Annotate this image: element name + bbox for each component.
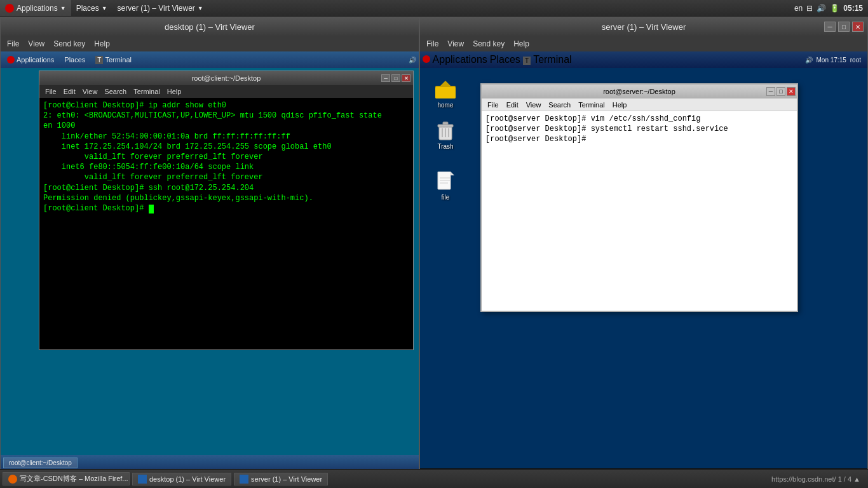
server-term-titlebar[interactable]: root@server:~/Desktop ─ □ ✕: [482, 85, 797, 98]
svg-rect-4: [438, 125, 453, 127]
client-vm-bottom-bar: root@client:~/Desktop: [1, 455, 419, 470]
client-vm-taskbar: Applications Places T Terminal 🔊: [1, 51, 419, 68]
left-virt-help-menu[interactable]: Help: [90, 38, 114, 50]
client-vm-desktop: Applications Places T Terminal 🔊: [1, 51, 419, 470]
server-term-controls: ─ □ ✕: [766, 87, 796, 96]
server-term-minimize[interactable]: ─: [766, 87, 775, 96]
host-bottom-taskbar: 写文章-CSDN博客 – Mozilla Firef... desktop (1…: [0, 469, 868, 488]
client-places-menu[interactable]: Places: [60, 55, 89, 65]
server-virt-label: server (1) – Virt Viewer: [251, 475, 322, 483]
right-virt-file-menu[interactable]: File: [423, 38, 442, 50]
desktop-icon-file[interactable]: file: [426, 169, 465, 203]
term-line: [root@client Desktop]# ip addr show eth0: [43, 100, 409, 111]
places-label: Places: [76, 4, 99, 13]
right-virt-viewer: server (1) – Virt Viewer ─ □ ✕ File View…: [419, 17, 868, 488]
client-terminal-taskbar[interactable]: T Terminal: [92, 55, 135, 65]
places-menu[interactable]: Places ▼: [71, 0, 112, 16]
client-term-title: root@client:~/Desktop: [192, 74, 261, 82]
taskbar-firefox[interactable]: 写文章-CSDN博客 – Mozilla Firef...: [3, 472, 130, 485]
right-virt-view-menu[interactable]: View: [444, 38, 468, 50]
battery-icon: 🔋: [830, 4, 839, 13]
client-term-edit[interactable]: Edit: [60, 87, 79, 96]
left-virt-sendkey-menu[interactable]: Send key: [50, 38, 89, 50]
server-term-menubar: File Edit View Search Terminal Help: [482, 98, 797, 111]
term-line: link/ether 52:54:00:00:01:0a brd ff:ff:f…: [43, 132, 409, 142]
main-area: desktop (1) – Virt Viewer File View Send…: [0, 17, 868, 488]
server-term-search[interactable]: Search: [545, 100, 574, 109]
right-virt-controls: ─ □ ✕: [824, 22, 864, 32]
server-term-edit[interactable]: Edit: [503, 100, 522, 109]
left-virt-view-menu[interactable]: View: [24, 38, 48, 50]
firefox-label: 写文章-CSDN博客 – Mozilla Firef...: [20, 474, 128, 484]
vm-volume-icon: 🔊: [409, 57, 416, 64]
right-virt-maximize[interactable]: □: [838, 22, 850, 32]
right-virt-close[interactable]: ✕: [852, 22, 864, 32]
server-term-content[interactable]: [root@server Desktop]# vim /etc/ssh/sshd…: [482, 111, 797, 311]
left-virt-title: desktop (1) – Virt Viewer: [165, 22, 255, 32]
server-term-help[interactable]: Help: [609, 100, 630, 109]
server-term-close[interactable]: ✕: [787, 87, 796, 96]
left-virt-file-menu[interactable]: File: [3, 38, 23, 50]
right-virt-title: server (1) – Virt Viewer: [602, 22, 686, 32]
client-term-file[interactable]: File: [42, 87, 60, 96]
right-virt-sendkey-menu[interactable]: Send key: [469, 38, 508, 50]
client-term-maximize[interactable]: □: [391, 74, 400, 82]
client-desktop: Applications Places T Terminal 🔊: [1, 51, 419, 470]
term-line: [root@client Desktop]# ssh root@172.25.2…: [43, 183, 409, 193]
term-line: 2: eth0: <BROADCAST,MULTICAST,UP,LOWER_U…: [43, 111, 409, 121]
right-virt-menubar: File View Send key Help: [420, 36, 867, 51]
right-virt-titlebar: server (1) – Virt Viewer ─ □ ✕: [420, 17, 867, 36]
taskbar-server-virt[interactable]: server (1) – Virt Viewer: [234, 473, 328, 485]
server-applications-menu[interactable]: Applications: [423, 54, 487, 65]
client-term-content[interactable]: [root@client Desktop]# ip addr show eth0…: [39, 98, 413, 216]
trash-icon: [435, 121, 456, 141]
client-term-minimize[interactable]: ─: [381, 74, 390, 82]
desktop-icon-trash[interactable]: Trash: [426, 118, 465, 152]
server-term-line: [root@server Desktop]#: [485, 134, 793, 144]
left-virt-menubar: File View Send key Help: [1, 36, 419, 51]
term-line: en 1000: [43, 121, 409, 131]
taskbar-desktop-virt[interactable]: desktop (1) – Virt Viewer: [132, 473, 231, 485]
server-term-line: [root@server Desktop]# vim /etc/ssh/sshd…: [485, 114, 793, 124]
clock: 05:15: [843, 4, 863, 13]
desktop-virt-label: desktop (1) – Virt Viewer: [149, 475, 226, 483]
client-term-close[interactable]: ✕: [402, 74, 410, 82]
server-vm-volume: 🔊: [805, 57, 813, 64]
vm-redhat-icon: [7, 56, 15, 64]
server-vm-user: root: [850, 57, 861, 64]
server-term-view[interactable]: View: [523, 100, 545, 109]
client-term-help[interactable]: Help: [164, 87, 185, 96]
host-taskbar: Applications ▼ Places ▼ server (1) – Vir…: [0, 0, 868, 17]
applications-menu[interactable]: Applications ▼: [0, 0, 71, 16]
chevron-down-icon: ▼: [60, 5, 66, 11]
client-term-search[interactable]: Search: [101, 87, 130, 96]
left-virt-viewer: desktop (1) – Virt Viewer File View Send…: [0, 17, 419, 471]
client-terminal-window: root@client:~/Desktop ─ □ ✕ File Edit Vi…: [39, 71, 414, 350]
host-system-tray: en ⊟ 🔊 🔋 05:15: [794, 4, 868, 13]
server-term-maximize[interactable]: □: [776, 87, 785, 96]
server-vm-desktop: Applications Places T Terminal 🔊 Mon 17:…: [420, 51, 867, 487]
desktop-icon-home[interactable]: home: [426, 77, 465, 111]
redhat-icon: [5, 4, 14, 13]
language-indicator[interactable]: en: [794, 4, 803, 13]
server-places-menu[interactable]: Places: [490, 54, 520, 65]
server-terminal-taskbar[interactable]: T Terminal: [523, 54, 572, 65]
term-line: valid_lft forever preferred_lft forever: [43, 172, 409, 182]
volume-icon: 🔊: [817, 4, 826, 13]
client-applications-menu[interactable]: Applications: [3, 55, 58, 65]
chevron-down-icon: ▼: [102, 5, 107, 11]
svg-marker-2: [439, 81, 452, 87]
home-folder-icon: [435, 79, 456, 100]
server-term-terminal[interactable]: Terminal: [575, 100, 608, 109]
server-desktop: Applications Places T Terminal 🔊 Mon 17:…: [420, 51, 867, 487]
right-virt-help-menu[interactable]: Help: [510, 38, 533, 50]
server-vm-taskbar: Applications Places T Terminal 🔊 Mon 17:…: [420, 51, 867, 68]
server-term-file[interactable]: File: [484, 100, 502, 109]
client-term-terminal[interactable]: Terminal: [130, 87, 163, 96]
term-line: [root@client Desktop]#: [43, 203, 409, 214]
client-bottom-task[interactable]: root@client:~/Desktop: [3, 458, 78, 468]
file-icon: [435, 172, 456, 192]
right-virt-minimize[interactable]: ─: [824, 22, 836, 32]
client-term-view[interactable]: View: [79, 87, 101, 96]
client-term-titlebar[interactable]: root@client:~/Desktop ─ □ ✕: [39, 71, 413, 85]
